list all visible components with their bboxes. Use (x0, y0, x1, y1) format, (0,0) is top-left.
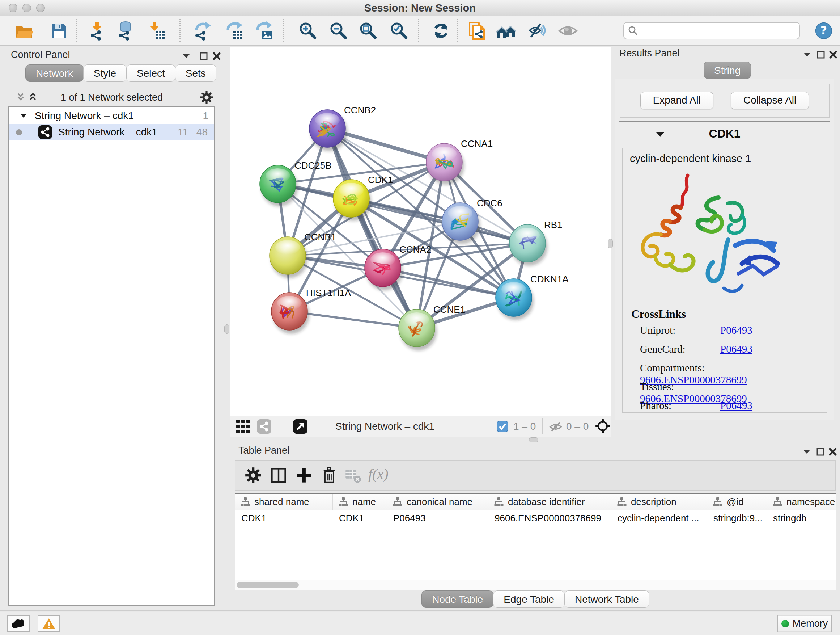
network-options-gear-icon[interactable] (200, 90, 213, 104)
close-window-button[interactable] (9, 4, 17, 12)
node-CDKN1A[interactable]: CDKN1A (496, 274, 569, 320)
table-cell[interactable]: stringdb:9... (707, 510, 767, 526)
network-canvas[interactable]: CCNB2CCNA1CDC25BCDK1CDC6RB1CCNB1CCNA2CDK… (231, 47, 611, 416)
export-table-to-file-icon[interactable] (224, 21, 244, 41)
zoom-selected-icon[interactable] (389, 21, 409, 41)
horizontal-scrollbar[interactable] (235, 580, 836, 590)
refresh-view-icon[interactable] (431, 21, 451, 41)
node-CCNA2[interactable]: CCNA2 (365, 244, 431, 290)
collapse-panel-icon[interactable] (181, 51, 192, 62)
column-header-canonical-name[interactable]: canonical name (387, 494, 488, 510)
crosslink-link[interactable]: P06493 (720, 325, 752, 336)
node-CCNE1[interactable]: CCNE1 (399, 304, 465, 350)
zoom-fit-content-icon[interactable] (358, 21, 378, 41)
collapse-all-button[interactable]: Collapse All (731, 92, 809, 109)
tab-sets[interactable]: Sets (175, 65, 216, 82)
network-row-selected[interactable]: String Network – cdk1 11 48 (9, 124, 214, 141)
search-field[interactable] (623, 22, 800, 40)
memory-button[interactable]: Memory (777, 615, 832, 632)
import-network-from-file-icon[interactable] (88, 21, 107, 41)
zoom-out-icon[interactable] (329, 21, 348, 41)
tab-select[interactable]: Select (126, 65, 175, 82)
show-graphics-details-icon[interactable] (558, 21, 578, 41)
crosslink-link[interactable]: P06493 (720, 343, 752, 355)
zoom-in-icon[interactable] (298, 21, 317, 41)
network-selection-status: 1 of 1 Network selected (8, 89, 216, 106)
help-icon[interactable]: ? (815, 22, 833, 40)
birds-eye-navigator-icon[interactable] (595, 418, 610, 434)
crosslink-label: Tissues: (640, 381, 720, 393)
section-expander-icon[interactable] (655, 131, 665, 138)
table-cell[interactable]: 9606.ENSP00000378699 (488, 510, 611, 526)
table-options-gear-icon[interactable] (245, 467, 262, 484)
network-graph[interactable]: CCNB2CCNA1CDC25BCDK1CDC6RB1CCNB1CCNA2CDK… (231, 47, 611, 416)
open-session-icon[interactable] (14, 21, 34, 41)
network-collection-row[interactable]: String Network – cdk1 1 (9, 108, 214, 124)
collapse-panel-icon[interactable] (801, 447, 812, 457)
left-splitter-handle[interactable] (224, 325, 229, 334)
node-table: shared namenamecanonical namedatabase id… (235, 493, 836, 591)
tab-style[interactable]: Style (83, 65, 126, 82)
node-label-RB1: RB1 (544, 219, 562, 230)
column-header-shared-name[interactable]: shared name (235, 494, 332, 510)
import-table-from-file-icon[interactable] (147, 21, 166, 41)
home-views-icon[interactable] (496, 21, 516, 41)
node-CDC6[interactable]: CDC6 (442, 198, 502, 244)
tree-expander-icon[interactable] (19, 111, 28, 120)
table-cell[interactable]: CDK1 (235, 510, 332, 526)
open-view-in-window-icon[interactable] (293, 419, 308, 434)
float-panel-icon[interactable] (198, 51, 209, 62)
cloud-button[interactable] (7, 616, 30, 632)
float-panel-icon[interactable] (815, 49, 826, 60)
warnings-button[interactable] (38, 616, 60, 632)
scrollbar-thumb[interactable] (237, 582, 299, 588)
column-header-database-identifier[interactable]: database identifier (488, 494, 611, 510)
column-header--id[interactable]: @id (707, 494, 767, 510)
import-network-from-database-icon[interactable] (116, 21, 135, 41)
node-details-header[interactable]: CDK1 (619, 122, 830, 145)
table-cell[interactable]: cyclin-dependent ... (611, 510, 707, 526)
hide-graphics-details-icon[interactable] (528, 21, 548, 41)
collapse-panel-icon[interactable] (802, 49, 813, 60)
node-CDC25B[interactable]: CDC25B (260, 160, 332, 206)
bottom-splitter-handle[interactable] (529, 437, 538, 442)
tab-string[interactable]: String (704, 62, 751, 79)
close-panel-icon[interactable] (828, 49, 838, 60)
node-CCNB1[interactable]: CCNB1 (270, 232, 336, 278)
close-panel-icon[interactable] (211, 51, 222, 62)
table-cell[interactable]: CDK1 (332, 510, 387, 526)
create-column-icon[interactable] (295, 467, 313, 484)
minimize-window-button[interactable] (22, 4, 31, 12)
table-cell[interactable]: P06493 (387, 510, 488, 526)
table-cell[interactable]: stringdb (767, 510, 836, 526)
right-splitter-handle[interactable] (608, 239, 613, 249)
tab-node-table[interactable]: Node Table (422, 591, 493, 608)
close-panel-icon[interactable] (827, 447, 838, 457)
column-header-description[interactable]: description (611, 494, 707, 510)
share-document-icon[interactable] (467, 21, 487, 41)
maximize-window-button[interactable] (36, 4, 45, 12)
node-HIST1H1A[interactable]: HIST1H1A (271, 287, 351, 334)
selected-checkbox-icon[interactable] (497, 421, 508, 432)
save-session-icon[interactable] (49, 21, 69, 41)
export-image-icon[interactable] (254, 21, 273, 41)
node-CCNB2[interactable]: CCNB2 (309, 105, 376, 151)
tab-network[interactable]: Network (25, 65, 84, 82)
tab-network-table[interactable]: Network Table (564, 591, 649, 608)
crosslink-link[interactable]: P06493 (720, 400, 752, 411)
search-input[interactable] (642, 25, 796, 37)
column-header-name[interactable]: name (332, 494, 387, 510)
cloud-icon (11, 619, 26, 629)
table-row[interactable]: CDK1CDK1P064939606.ENSP00000378699cyclin… (235, 510, 836, 526)
grid-view-icon[interactable] (235, 419, 251, 434)
node-RB1[interactable]: RB1 (509, 219, 562, 266)
export-network-to-file-icon[interactable] (192, 21, 212, 41)
show-columns-icon[interactable] (270, 467, 287, 484)
delete-column-icon[interactable] (321, 467, 338, 484)
tab-edge-table[interactable]: Edge Table (493, 591, 565, 608)
share-view-icon[interactable] (256, 419, 272, 434)
expand-all-button[interactable]: Expand All (640, 92, 714, 109)
float-panel-icon[interactable] (815, 447, 826, 457)
node-CCNA1[interactable]: CCNA1 (426, 138, 493, 185)
column-header-namespace[interactable]: namespace (767, 494, 836, 510)
